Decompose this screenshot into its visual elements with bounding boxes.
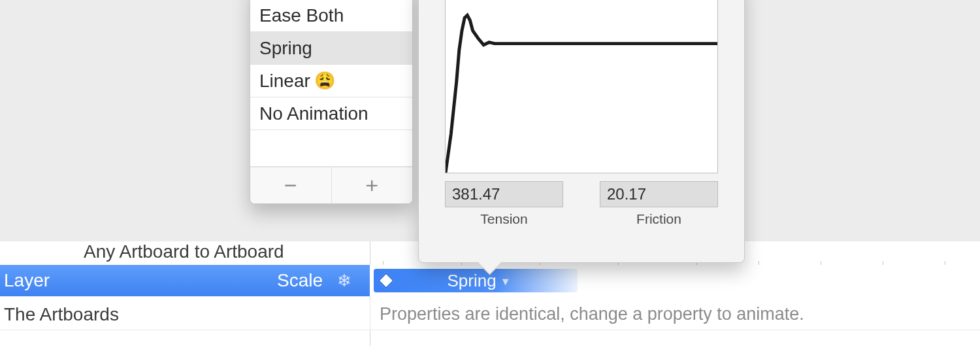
identical-properties-message: Properties are identical, change a prope… <box>380 304 804 324</box>
dropdown-caret-icon[interactable]: ▼ <box>500 276 511 288</box>
transition-title: Any Artboard to Artboard <box>84 241 284 262</box>
easing-option-label: No Animation <box>259 103 368 124</box>
timeline-lane: Properties are identical, change a prope… <box>370 299 980 330</box>
easing-curve-list: Ease Out Ease Both Spring Linear 😩 No An… <box>250 0 412 167</box>
minus-icon: − <box>284 173 297 198</box>
keyframe-diamond-icon[interactable] <box>378 272 394 288</box>
friction-group: 20.17 Friction <box>600 181 718 227</box>
easing-option-spring[interactable]: Spring <box>250 32 412 65</box>
tension-label: Tension <box>480 211 527 227</box>
easing-option-no-animation[interactable]: No Animation <box>250 97 412 130</box>
weary-face-icon: 😩 <box>314 71 335 91</box>
easing-option-linear[interactable]: Linear 😩 <box>250 65 412 97</box>
layer-name-label: The Artboards <box>4 304 119 325</box>
animation-clip[interactable]: Spring ▼ <box>374 269 578 292</box>
easing-list-footer: − + <box>250 167 412 203</box>
spring-config-popover: 381.47 Tension 20.17 Friction <box>418 0 745 263</box>
friction-input[interactable]: 20.17 <box>600 181 718 207</box>
layer-name-label: Layer <box>4 270 50 291</box>
easing-option-ease-both[interactable]: Ease Both <box>250 0 412 32</box>
property-label: Scale <box>277 270 323 291</box>
tension-input[interactable]: 381.47 <box>445 181 563 207</box>
spring-curve-graph <box>445 0 718 173</box>
easing-option-empty <box>250 130 412 167</box>
easing-option-label: Spring <box>259 38 312 59</box>
easing-curve-popover: Ease Out Ease Both Spring Linear 😩 No An… <box>250 0 413 204</box>
timeline-lane[interactable]: Spring ▼ <box>370 265 980 296</box>
plus-icon: + <box>365 173 378 198</box>
add-curve-button[interactable]: + <box>332 167 413 203</box>
easing-option-label: Linear <box>259 71 310 92</box>
tension-group: 381.47 Tension <box>445 181 563 227</box>
spring-params: 381.47 Tension 20.17 Friction <box>445 181 718 227</box>
tension-value: 381.47 <box>452 185 500 203</box>
friction-label: Friction <box>636 211 681 227</box>
layer-row[interactable]: The Artboards Properties are identical, … <box>0 299 980 330</box>
easing-option-label: Ease Both <box>259 5 344 26</box>
remove-curve-button[interactable]: − <box>250 167 332 203</box>
friction-value: 20.17 <box>607 185 646 203</box>
freeze-icon[interactable]: ❄︎ <box>337 271 351 291</box>
